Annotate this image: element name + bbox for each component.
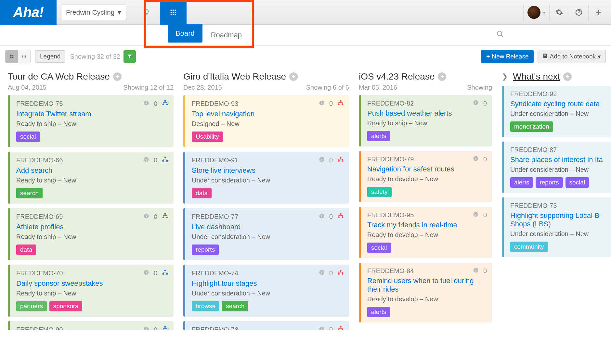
tag[interactable]: Usability [192,132,223,142]
avatar-menu[interactable]: ▾ [523,5,549,20]
info-icon[interactable] [319,100,325,107]
add-card-button[interactable]: + [563,72,572,81]
info-icon[interactable] [143,270,149,277]
feature-card[interactable]: FREDDEMO-950Track my friends in real-tim… [359,207,492,258]
tag[interactable]: social [16,132,40,142]
card-title[interactable]: Share places of interest in Ita [510,156,611,164]
card-title[interactable]: Highlight tour stages [192,279,344,288]
feature-card[interactable]: FREDDEMO-780 [183,321,349,330]
lightbulb-icon[interactable] [133,0,160,25]
feature-card[interactable]: FREDDEMO-910Store live interviewsUnder c… [183,152,349,204]
feature-card[interactable]: FREDDEMO-750Integrate Twitter streamRead… [8,95,174,147]
card-title[interactable]: Navigation for safest routes [367,165,487,173]
aha-logo[interactable]: Aha! [0,0,57,25]
plus-icon[interactable]: + [588,5,608,20]
tab-roadmap[interactable]: Roadmap [203,25,250,45]
feature-card[interactable]: FREDDEMO-930Top level navigationDesigned… [183,95,349,147]
tag[interactable]: social [566,177,589,188]
card-title[interactable]: Push based weather alerts [367,109,487,118]
hierarchy-icon[interactable] [337,156,344,164]
tag[interactable]: alerts [367,307,390,317]
tag[interactable]: community [510,242,548,252]
view-card-large[interactable] [6,50,18,63]
add-card-button[interactable]: + [438,72,446,81]
tag[interactable]: alerts [367,131,390,141]
card-title[interactable]: Syndicate cycling route data [510,100,611,108]
feature-card[interactable]: FREDDEMO-840Remind users when to fuel du… [359,263,492,322]
tag[interactable]: safety [367,187,392,197]
card-title[interactable]: Athlete profiles [16,223,168,231]
view-card-small[interactable] [18,50,30,63]
grid-icon[interactable] [160,0,187,25]
tag[interactable]: search [16,188,43,198]
hierarchy-icon[interactable] [337,269,344,277]
card-title[interactable]: Daily sponsor sweepstakes [16,279,168,288]
tag[interactable]: reports [192,245,219,255]
info-icon[interactable] [143,326,149,330]
card-title[interactable]: Add search [16,166,168,175]
feature-card[interactable]: FREDDEMO-790Navigation for safest routes… [359,151,492,202]
hierarchy-icon[interactable] [337,326,344,330]
column-title[interactable]: What's next [513,71,560,82]
gear-icon[interactable] [549,5,569,20]
info-icon[interactable] [473,156,479,163]
legend-button[interactable]: Legend [35,50,65,63]
hierarchy-icon[interactable] [162,100,168,108]
tab-board[interactable]: Board [168,24,202,43]
card-title[interactable]: Remind users when to fuel during their r… [367,277,487,294]
tag[interactable]: browse [192,301,219,311]
info-icon[interactable] [319,326,325,330]
tag[interactable]: monetization [510,121,553,132]
column-title[interactable]: Tour de CA Web Release [8,71,110,82]
filter-button[interactable] [124,50,136,63]
column-title[interactable]: iOS v4.23 Release [359,71,435,82]
feature-card[interactable]: FREDDEMO-660Add searchReady to ship – Ne… [8,152,174,204]
tag[interactable]: reports [536,177,563,188]
info-icon[interactable] [143,100,149,107]
info-icon[interactable] [143,157,149,164]
info-icon[interactable] [473,100,479,107]
tag[interactable]: sponsors [49,301,82,311]
hierarchy-icon[interactable] [337,100,344,108]
add-card-button[interactable]: + [113,72,122,81]
add-card-button[interactable]: + [289,72,298,81]
card-title[interactable]: Integrate Twitter stream [16,110,168,118]
tag[interactable]: partners [16,301,47,311]
new-release-button[interactable]: + New Release [481,50,534,63]
card-title[interactable]: Store live interviews [192,166,344,175]
search-area[interactable] [491,25,611,45]
column-title[interactable]: Giro d'Italia Web Release [183,71,286,82]
add-to-notebook-button[interactable]: Add to Notebook ▾ [538,50,606,63]
hierarchy-icon[interactable] [337,213,344,221]
hierarchy-icon[interactable] [162,326,168,330]
card-title[interactable]: Live dashboard [192,223,344,231]
card-title[interactable]: Top level navigation [192,110,344,118]
tag[interactable]: data [16,245,36,255]
tag[interactable]: social [367,243,391,253]
feature-card[interactable]: FREDDEMO-92Syndicate cycling route dataU… [502,86,611,137]
help-icon[interactable] [569,5,588,20]
card-title[interactable]: Highlight supporting Local B Shops (LBS) [510,211,611,228]
feature-card[interactable]: FREDDEMO-770Live dashboardUnder consider… [183,208,349,260]
info-icon[interactable] [319,270,325,277]
feature-card[interactable]: FREDDEMO-740Highlight tour stagesUnder c… [183,265,349,317]
feature-card[interactable]: FREDDEMO-690Athlete profilesReady to shi… [8,208,174,260]
feature-card[interactable]: FREDDEMO-900 [8,321,174,330]
info-icon[interactable] [319,213,325,220]
tag[interactable]: alerts [510,177,533,188]
hierarchy-icon[interactable] [162,213,168,221]
hierarchy-icon[interactable] [162,156,168,164]
info-icon[interactable] [473,267,479,275]
info-icon[interactable] [319,157,325,164]
feature-card[interactable]: FREDDEMO-87Share places of interest in I… [502,142,611,193]
feature-card[interactable]: FREDDEMO-700Daily sponsor sweepstakesRea… [8,265,174,317]
feature-card[interactable]: FREDDEMO-820Push based weather alertsRea… [359,95,492,146]
chevron-right-icon[interactable]: ❯ [502,72,508,81]
info-icon[interactable] [473,211,479,219]
hierarchy-icon[interactable] [162,269,168,277]
info-icon[interactable] [143,213,149,220]
product-switcher[interactable]: Fredwin Cycling ▾ [61,5,126,20]
card-title[interactable]: Track my friends in real-time [367,221,487,229]
feature-card[interactable]: FREDDEMO-73Highlight supporting Local B … [502,197,611,257]
tag[interactable]: data [192,188,212,198]
